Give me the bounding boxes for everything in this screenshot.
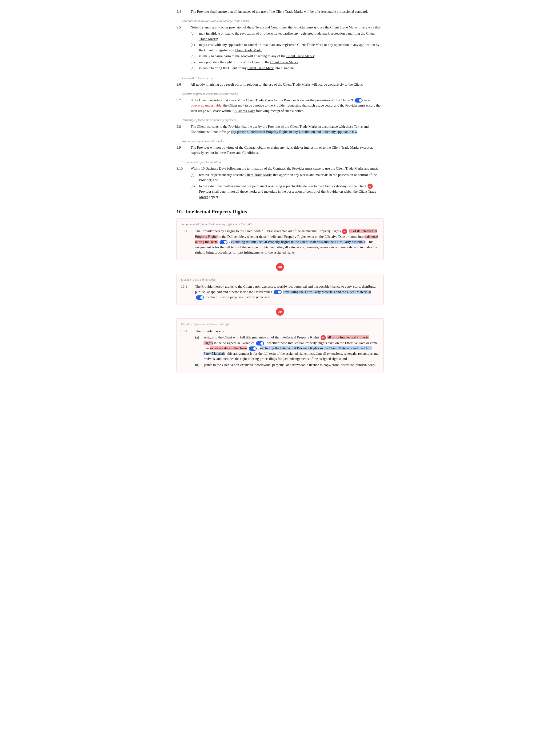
clause-10-1-licence: 10.1 The Provider hereby grants to the C… [181, 284, 379, 300]
toggle-10-1-licence-1[interactable] [274, 290, 282, 294]
item-text: is liable to bring the Client or any Cli… [199, 65, 295, 71]
or-badge-small: or [368, 184, 373, 189]
clause-body: Within 10 Business Days following the te… [190, 166, 384, 200]
item-letter: (b) [195, 362, 202, 367]
term-client-trade-marks: Client Trade Marks [276, 10, 303, 13]
term-client-trade-mark: Client Trade Mark [248, 66, 274, 70]
clause-9-6: 9.6 All goodwill arising as a result of,… [176, 82, 384, 87]
clause-body: The Client warrants to the Provider that… [190, 124, 384, 135]
item-text: may invalidate or lead to the revocation… [199, 31, 384, 41]
item-letter: (b) [190, 183, 197, 200]
subheading-prohibition: Prohibition on actions liable to damage … [182, 19, 384, 23]
item-text: may assist with any application to cance… [199, 42, 384, 53]
clause-num: 9.9 [176, 145, 188, 155]
term-client-trade-marks: Client Trade Marks [330, 25, 358, 29]
item-text: is likely to cause harm to the goodwill … [199, 53, 315, 59]
list-item: (b) to the extent that neither removal n… [190, 183, 384, 200]
clause-num: 10.1 [181, 329, 192, 368]
clause-9-10: 9.10 Within 10 Business Days following t… [176, 166, 384, 200]
highlight-all-ipr: all of its Intellectual Property Rights [195, 229, 377, 239]
term-client-trade-marks: Client Trade Marks [286, 54, 314, 58]
clause-num: 10.1 [181, 284, 192, 300]
subheading-no-implied-rights: No implied rights to trade marks [182, 139, 384, 143]
clause-9-5: 9.5 Notwithstanding any other provision … [176, 25, 384, 71]
clause-num: 9.7 [176, 98, 188, 114]
clause-10-1-mixed: 10.1 The Provider hereby: (a) assigns to… [181, 329, 379, 368]
alt-block-assignment: Assignment of intellectual property righ… [176, 218, 384, 260]
highlight-existence-mixed: existence during the Term [210, 346, 247, 350]
item-letter: (e) [190, 65, 197, 71]
list-item: (c)is likely to cause harm to the goodwi… [190, 53, 384, 59]
clause-9-4: 9.4 The Provider shall ensure that all i… [176, 9, 384, 14]
alt-block-licence: Licence to use deliverables 10.1 The Pro… [176, 274, 384, 305]
clause-num: 9.6 [176, 82, 188, 87]
clause-body: The Provider will not by virtue of the C… [190, 145, 384, 155]
list-item: (b) grants to the Client a non-exclusive… [195, 362, 379, 367]
term-client: Client [358, 184, 366, 188]
or-divider-2: OR [276, 308, 284, 316]
subheading-licence: Licence to use deliverables [181, 277, 379, 282]
clause-9-8: 9.8 The Client warrants to the Provider … [176, 124, 384, 135]
toggle-10-1-assignment[interactable] [220, 240, 228, 244]
subheading-mixed: Mixed assignment and licence of rights [181, 322, 379, 327]
clause-body: If the Client considers that a use of th… [190, 98, 384, 114]
highlighted-text-or-is: or is otherwise undesirable [190, 98, 370, 108]
item-letter: (d) [190, 59, 197, 65]
list-item: (a) remove or permanently obscure Client… [190, 172, 384, 183]
highlight-excluding-ipr: excluding the Intellectual Property Righ… [231, 240, 365, 244]
subheading-termination: Trade marks upon termination [182, 160, 384, 164]
section-title: Intellectual Property Rights [185, 208, 247, 215]
clause-9-7: 9.7 If the Client considers that a use o… [176, 98, 384, 114]
item-letter: (a) [190, 31, 197, 41]
term-client-trade-marks: Client Trade Marks [199, 189, 376, 199]
term-client-trade-marks: Client Trade Marks [336, 166, 364, 170]
subheading-goodwill: Goodwill in trade marks [182, 76, 384, 81]
clause-num: 9.4 [176, 9, 188, 14]
subheading-specific-request: Specific request to cease use of trade m… [182, 92, 384, 96]
term-client-trade-marks: Client Trade Marks [283, 83, 311, 86]
highlight-excluding-third-party: (excluding the Third Party Materials and… [283, 290, 371, 294]
clause-body: The Provider hereby assigns to the Clien… [195, 229, 379, 255]
clause-10-1-assignment: 10.1 The Provider hereby assigns to the … [181, 229, 379, 255]
item-text: may prejudice the right or title of the … [199, 59, 303, 65]
alt-block-mixed: Mixed assignment and licence of rights 1… [176, 318, 384, 373]
term-business-days: Business Days [234, 109, 255, 113]
list-item: (e)is liable to bring the Client or any … [190, 65, 384, 71]
term-client-trade-mark: Client Trade Mark [297, 43, 323, 46]
sub-list-9-5: (a)may invalidate or lead to the revocat… [190, 31, 384, 71]
item-text: remove or permanently obscure Client Tra… [199, 172, 384, 183]
sub-list-9-10: (a) remove or permanently obscure Client… [190, 172, 384, 200]
section-10: 10. Intellectual Property Rights Assignm… [176, 208, 384, 373]
term-client-trade-marks: Client Trade Marks [245, 173, 272, 177]
subheading-assignment: Assignment of intellectual property righ… [181, 222, 379, 227]
term-client-trade-marks: Client Trade Marks [246, 98, 273, 102]
clause-body: The Provider shall ensure that all insta… [190, 9, 384, 14]
document-body: 9.4 The Provider shall ensure that all i… [176, 9, 384, 373]
toggle-10-1-licence-2[interactable] [196, 295, 204, 300]
sub-list-10-1-mixed: (a) assigns to the Client with full titl… [195, 335, 379, 367]
item-letter: (a) [195, 335, 202, 361]
toggle-10-1-mixed-a1[interactable] [256, 341, 264, 345]
clause-9-9: 9.9 The Provider will not by virtue of t… [176, 145, 384, 155]
item-text: to the extent that neither removal nor p… [199, 183, 384, 200]
term-client-trade-marks: Client Trade Marks [290, 125, 317, 128]
item-letter: (c) [190, 53, 197, 59]
list-item: (a) assigns to the Client with full titl… [195, 335, 379, 361]
clause-num: 10.1 [181, 229, 192, 255]
or-badge-assignment: or [342, 229, 347, 234]
clause-num: 9.5 [176, 25, 188, 71]
item-letter: (b) [190, 42, 197, 53]
term-client-trade-marks: Client Trade Marks [270, 60, 298, 64]
clause-body: Notwithstanding any other provision of t… [190, 25, 384, 71]
item-letter: (a) [190, 172, 197, 183]
item-text: assigns to the Client with full title gu… [203, 335, 379, 361]
section-number: 10. [176, 208, 183, 215]
subheading-warranty: Warranty of trade marks non-infringement [182, 118, 384, 122]
toggle-10-1-mixed-a2[interactable] [249, 346, 257, 351]
clause-num: 9.8 [176, 124, 188, 135]
list-item: (a)may invalidate or lead to the revocat… [190, 31, 384, 41]
term-client-trade-marks: Client Trade Marks [332, 146, 359, 149]
identify-purposes: identify purposes [245, 295, 269, 299]
highlight-all-ipr-mixed: all of its Intellectual Property Rights [203, 335, 369, 345]
toggle-9-7[interactable] [355, 98, 363, 103]
